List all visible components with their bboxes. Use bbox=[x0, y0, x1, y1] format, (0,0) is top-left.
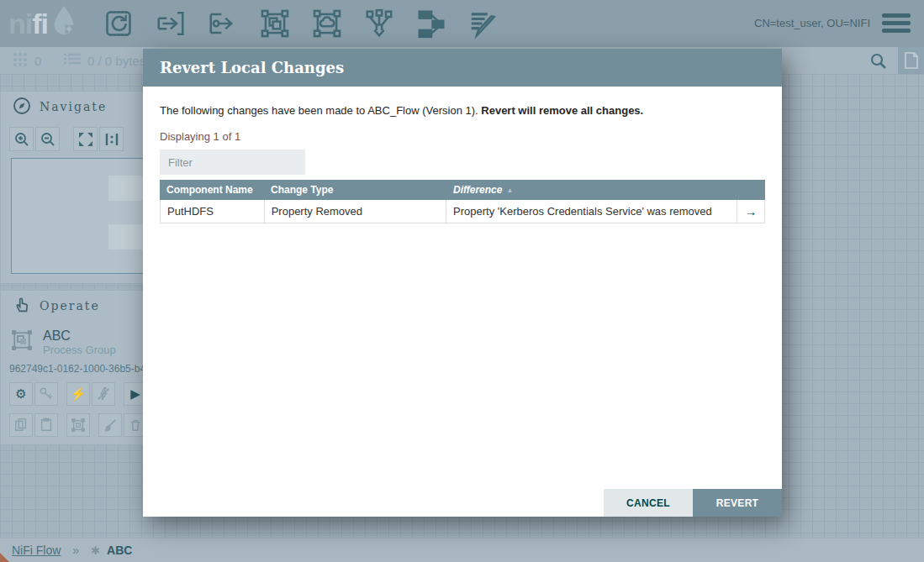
operate-title: Operate bbox=[40, 299, 100, 313]
top-toolbar: nifi CN=test_user, OU=NIFI bbox=[0, 0, 924, 47]
processor-icon[interactable] bbox=[102, 7, 135, 40]
search-icon[interactable] bbox=[869, 51, 889, 71]
dialog-message-normal: The following changes have been made to … bbox=[160, 104, 481, 117]
zoom-out-button[interactable] bbox=[35, 127, 60, 151]
cell-component-name: PutHDFS bbox=[161, 200, 265, 223]
zoom-fit-button[interactable] bbox=[73, 127, 98, 151]
table-row[interactable]: PutHDFS Property Removed Property 'Kerbe… bbox=[160, 200, 765, 223]
revert-button[interactable]: REVERT bbox=[693, 489, 782, 517]
resize-corner-handle[interactable] bbox=[0, 553, 9, 562]
process-group-icon[interactable] bbox=[258, 7, 292, 40]
table-header-row: Component Name Change Type Difference▲ bbox=[160, 180, 765, 200]
queue-list-icon bbox=[63, 51, 82, 71]
process-group-badge-icon bbox=[9, 328, 34, 356]
access-policies-button[interactable] bbox=[34, 382, 58, 406]
sort-ascending-icon: ▲ bbox=[506, 186, 513, 194]
filter-input[interactable] bbox=[160, 150, 305, 175]
color-button[interactable] bbox=[98, 413, 122, 437]
cell-difference: Property 'Kerberos Credentials Service' … bbox=[446, 200, 737, 223]
logo-text-ni: ni bbox=[8, 8, 32, 40]
label-icon[interactable] bbox=[467, 7, 500, 40]
paste-button[interactable] bbox=[34, 413, 58, 437]
queued-size-stat: 0 / 0 bytes bbox=[63, 47, 145, 74]
breadcrumb: NiFi Flow » ✱ ABC bbox=[0, 538, 924, 562]
cell-change-type: Property Removed bbox=[265, 200, 446, 223]
breadcrumb-separator: » bbox=[72, 544, 79, 557]
bulletin-board-icon[interactable] bbox=[898, 47, 924, 74]
disable-button[interactable] bbox=[92, 382, 115, 406]
copy-button[interactable] bbox=[9, 413, 33, 437]
column-difference[interactable]: Difference▲ bbox=[446, 184, 738, 196]
column-change-type[interactable]: Change Type bbox=[264, 184, 446, 196]
template-icon[interactable] bbox=[414, 7, 448, 40]
nifi-droplet-icon bbox=[48, 3, 78, 44]
queued-count: 0 bbox=[34, 54, 41, 68]
selected-component-name: ABC bbox=[43, 328, 116, 344]
dialog-buttons: CANCEL REVERT bbox=[604, 489, 782, 517]
revert-local-changes-dialog: Revert Local Changes The following chang… bbox=[143, 49, 782, 517]
hand-pointer-icon bbox=[13, 296, 31, 317]
displaying-count: Displaying 1 of 1 bbox=[160, 130, 240, 143]
remote-process-group-icon[interactable] bbox=[310, 7, 344, 40]
current-user-label: CN=test_user, OU=NIFI bbox=[754, 17, 870, 29]
selected-component-type: Process Group bbox=[43, 344, 116, 356]
group-button[interactable] bbox=[66, 413, 90, 437]
configure-button[interactable]: ⚙ bbox=[9, 382, 33, 406]
funnel-icon[interactable] bbox=[362, 7, 396, 40]
logo-text-fi: fi bbox=[32, 8, 48, 40]
breadcrumb-root-link[interactable]: NiFi Flow bbox=[12, 544, 61, 557]
version-state-icon: ✱ bbox=[91, 544, 100, 557]
cancel-button[interactable]: CANCEL bbox=[604, 489, 693, 517]
enable-button[interactable]: ⚡ bbox=[66, 382, 90, 406]
nifi-logo[interactable]: nifi bbox=[8, 3, 78, 44]
changes-table: Component Name Change Type Difference▲ P… bbox=[160, 180, 765, 223]
flowfiles-grid-icon bbox=[12, 51, 29, 71]
global-menu-icon[interactable] bbox=[882, 13, 911, 36]
navigate-title: Navigate bbox=[40, 100, 107, 113]
input-port-icon[interactable] bbox=[154, 7, 187, 40]
column-component-name[interactable]: Component Name bbox=[160, 184, 264, 196]
zoom-actual-size-button[interactable] bbox=[99, 127, 124, 151]
breadcrumb-current: ABC bbox=[107, 544, 132, 557]
queued-size: 0 / 0 bytes bbox=[87, 54, 145, 68]
dialog-title: Revert Local Changes bbox=[143, 49, 782, 87]
queued-flowfiles-stat: 0 bbox=[12, 47, 41, 74]
dialog-message: The following changes have been made to … bbox=[160, 104, 643, 117]
zoom-in-button[interactable] bbox=[9, 127, 34, 151]
output-port-icon[interactable] bbox=[206, 7, 240, 40]
component-toolbar bbox=[102, 7, 500, 40]
dialog-message-bold: Revert will remove all changes. bbox=[481, 104, 643, 117]
go-to-component-icon[interactable]: → bbox=[745, 204, 758, 218]
compass-icon bbox=[13, 97, 31, 118]
